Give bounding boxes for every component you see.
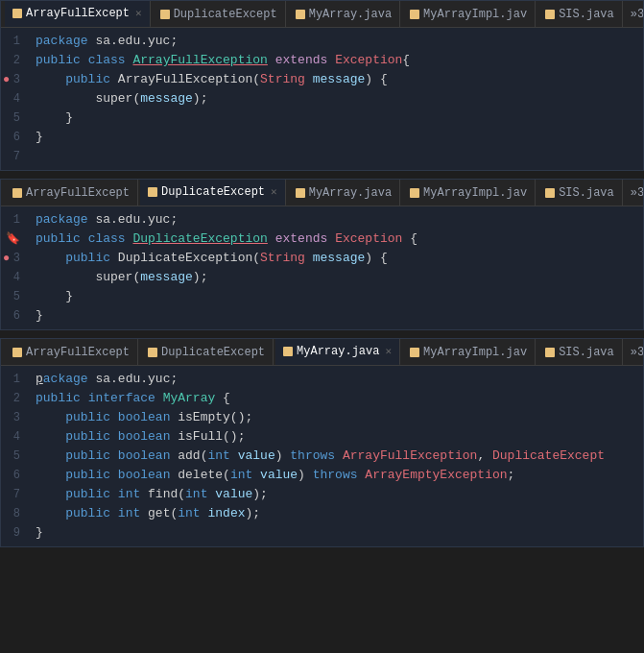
line-content (32, 147, 643, 166)
tab-label: DuplicateExcept (174, 8, 277, 21)
tab-label: SIS.java (559, 8, 614, 21)
tab-sis-2[interactable]: SIS.java (537, 180, 623, 206)
panel-3: ArrayFullExcept DuplicateExcept MyArray.… (0, 338, 644, 547)
line-content: public int get(int index); (32, 504, 643, 523)
line-content: public boolean isEmpty(); (32, 408, 643, 427)
tab-duplicateexcept-3[interactable]: DuplicateExcept (140, 339, 274, 366)
code-line: 🔖 public class DuplicateException extend… (1, 230, 643, 249)
tab-sis-3[interactable]: SIS.java (537, 339, 623, 366)
panel-2: ArrayFullExcept DuplicateExcept ✕ MyArra… (0, 179, 644, 330)
tab-bar-1: ArrayFullExcept ✕ DuplicateExcept MyArra… (1, 1, 643, 28)
java-icon-10 (545, 188, 555, 198)
line-num: 5 (1, 287, 32, 306)
line-num: 3 (1, 249, 32, 268)
tab-label: SIS.java (559, 186, 614, 200)
tab-label: MyArray.java (309, 8, 392, 21)
java-icon-5 (545, 10, 555, 19)
line-num: 6 (1, 306, 32, 326)
line-content: public int find(int value); (32, 485, 643, 504)
code-line: 5 } (1, 287, 643, 306)
tab-label: DuplicateExcept (161, 346, 265, 359)
line-num: 2 (1, 51, 32, 70)
line-num: 1 (1, 370, 32, 389)
line-content: package sa.edu.yuc; (32, 210, 643, 230)
tab-label: ArrayFullExcept (26, 346, 130, 359)
line-content: } (32, 128, 643, 147)
tab-overflow-1[interactable]: »3 (625, 1, 643, 28)
code-line: 2 public class ArrayFullException extend… (1, 51, 643, 70)
line-num: 1 (1, 32, 32, 51)
java-icon-9 (410, 188, 419, 198)
line-content: } (32, 109, 643, 128)
panel-1: ArrayFullExcept ✕ DuplicateExcept MyArra… (0, 0, 644, 171)
line-num: 3 (1, 70, 32, 89)
code-line: 1 package sa.edu.yuc; (1, 32, 643, 51)
tab-close-1[interactable]: ✕ (135, 7, 142, 19)
line-content: public DuplicateException(String message… (32, 249, 643, 268)
line-content: package sa.edu.yuc; (32, 370, 643, 389)
tab-label: ArrayFullExcept (26, 186, 130, 200)
tab-duplicateexcept-1[interactable]: DuplicateExcept (153, 1, 286, 28)
line-content: super(message); (32, 268, 643, 287)
tab-myarrayimpl-2[interactable]: MyArrayImpl.jav (402, 180, 536, 206)
line-num: 6 (1, 128, 32, 147)
tab-close-2[interactable]: ✕ (271, 185, 277, 198)
tab-myarrayimpl-3[interactable]: MyArrayImpl.jav (402, 339, 536, 366)
java-icon-8 (296, 188, 305, 198)
tab-arrayfull-2[interactable]: ArrayFullExcept (5, 180, 138, 206)
line-num: 4 (1, 427, 32, 447)
code-line: 7 (1, 147, 643, 166)
line-num: 5 (1, 109, 32, 128)
tab-label: SIS.java (559, 346, 614, 359)
code-line: 5 public boolean add(int value) throws A… (1, 447, 643, 466)
java-icon-14 (410, 348, 419, 357)
tab-overflow-3[interactable]: »3 (625, 339, 643, 366)
code-line: 1 package sa.edu.yuc; (1, 210, 643, 230)
tab-close-3[interactable]: ✕ (385, 345, 392, 357)
code-line: 3 public DuplicateException(String messa… (1, 249, 643, 268)
tab-duplicateexcept-2[interactable]: DuplicateExcept ✕ (140, 180, 286, 206)
line-num: 7 (1, 147, 32, 166)
code-line: 3 public boolean isEmpty(); (1, 408, 643, 427)
line-num: 4 (1, 89, 32, 109)
tab-myarrayimpl-1[interactable]: MyArrayImpl.jav (402, 1, 536, 28)
line-num: 6 (1, 466, 32, 485)
line-num: 5 (1, 447, 32, 466)
tab-bar-2: ArrayFullExcept DuplicateExcept ✕ MyArra… (1, 180, 643, 206)
code-line: 6 } (1, 306, 643, 326)
line-content: } (32, 287, 643, 306)
code-area-3: 1 package sa.edu.yuc; 2 public interface… (1, 366, 643, 546)
java-icon-1 (12, 9, 22, 18)
code-line: 6 } (1, 128, 643, 147)
tab-overflow-2[interactable]: »3 (625, 180, 643, 206)
line-num: 7 (1, 485, 32, 504)
tab-label: MyArrayImpl.jav (423, 8, 527, 21)
line-content: public ArrayFullException(String message… (32, 70, 643, 89)
tab-label: MyArrayImpl.jav (423, 346, 527, 359)
tab-myarray-2[interactable]: MyArray.java (288, 180, 400, 206)
code-line: 4 super(message); (1, 89, 643, 109)
java-icon-6 (12, 188, 22, 198)
java-icon-7 (148, 187, 157, 197)
tab-sis-1[interactable]: SIS.java (537, 1, 623, 28)
code-line: 3 public ArrayFullException(String messa… (1, 70, 643, 89)
code-line: 6 public boolean delete(int value) throw… (1, 466, 643, 485)
line-content: public class ArrayFullException extends … (32, 51, 643, 70)
tab-myarray-3[interactable]: MyArray.java ✕ (275, 339, 400, 366)
java-icon-13 (283, 347, 293, 356)
line-content: public interface MyArray { (32, 389, 643, 408)
line-num: 3 (1, 408, 32, 427)
tab-arrayfull-3[interactable]: ArrayFullExcept (5, 339, 138, 366)
line-content: public boolean delete(int value) throws … (32, 466, 643, 485)
line-num: 🔖 (1, 230, 32, 249)
tab-label: DuplicateExcept (161, 185, 265, 199)
java-icon-11 (12, 348, 22, 357)
tab-arrayfull-1[interactable]: ArrayFullExcept ✕ (5, 1, 151, 28)
code-line: 7 public int find(int value); (1, 485, 643, 504)
code-area-1: 1 package sa.edu.yuc; 2 public class Arr… (1, 28, 643, 170)
tab-label: MyArray.java (297, 345, 379, 358)
tab-myarray-1[interactable]: MyArray.java (288, 1, 400, 28)
line-content: public boolean isFull(); (32, 427, 643, 447)
line-num: 2 (1, 389, 32, 408)
code-line: 9 } (1, 523, 643, 543)
